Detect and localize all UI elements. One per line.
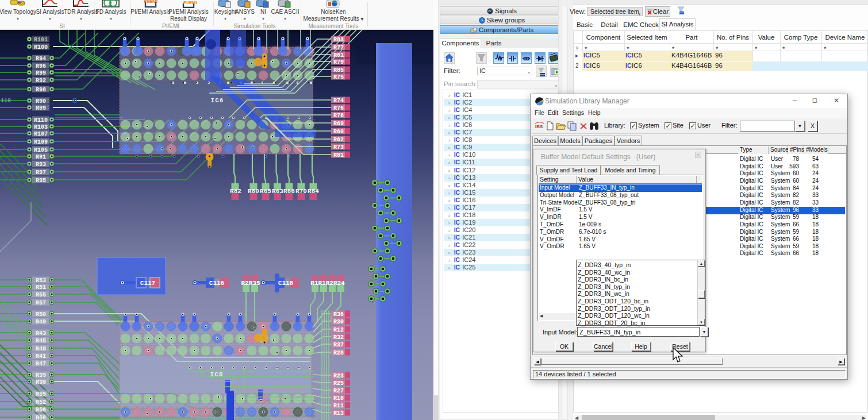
svg-text:R52: R52 [36, 399, 46, 406]
svg-text:R74: R74 [333, 98, 344, 104]
svg-text:R95: R95 [36, 178, 46, 184]
svg-text:R47: R47 [36, 361, 46, 367]
svg-text:R92: R92 [36, 78, 46, 84]
svg-text:R96: R96 [36, 63, 46, 70]
svg-text:R18: R18 [333, 395, 344, 402]
svg-text:R69: R69 [333, 121, 344, 127]
svg-text:R61: R61 [333, 52, 344, 59]
svg-text:R98: R98 [36, 87, 46, 93]
svg-text:R27: R27 [333, 388, 344, 394]
svg-text:R48: R48 [36, 346, 46, 352]
svg-text:R97: R97 [36, 169, 46, 176]
svg-text:IC5: IC5 [210, 371, 224, 378]
svg-text:R56: R56 [36, 407, 46, 413]
svg-text:R101: R101 [34, 37, 48, 43]
svg-text:R11: R11 [333, 403, 344, 409]
svg-text:R1R1R2R24: R1R1R2R24 [310, 280, 345, 287]
svg-text:IBS: IBS [535, 124, 543, 129]
svg-text:R62: R62 [333, 137, 344, 143]
svg-text:R45: R45 [36, 338, 46, 344]
svg-text:C116: C116 [209, 280, 224, 287]
svg-text:R103: R103 [34, 124, 48, 130]
svg-text:R37: R37 [333, 342, 344, 348]
svg-text:R105: R105 [34, 147, 48, 153]
svg-text:R23: R23 [333, 373, 344, 379]
svg-text:R91: R91 [36, 154, 46, 160]
svg-text:R59: R59 [36, 391, 46, 398]
svg-text:R2R35: R2R35 [241, 280, 260, 287]
svg-text:R82: R82 [230, 188, 241, 195]
svg-text:R63: R63 [272, 188, 283, 195]
svg-text:R77: R77 [333, 45, 344, 51]
svg-text:R32: R32 [333, 334, 344, 341]
svg-text:R13: R13 [333, 410, 344, 417]
svg-text:R73: R73 [333, 144, 344, 151]
svg-text:R109: R109 [34, 139, 48, 145]
svg-text:R66: R66 [283, 188, 295, 195]
svg-text:R89: R89 [36, 105, 46, 111]
svg-text:R49: R49 [36, 319, 46, 325]
svg-text:R38: R38 [36, 379, 46, 386]
svg-text:R12: R12 [333, 327, 344, 333]
svg-text:R100: R100 [34, 44, 48, 51]
svg-text:R85: R85 [333, 67, 344, 74]
svg-text:R93: R93 [36, 161, 46, 168]
svg-text:R80: R80 [248, 188, 259, 195]
svg-text:R58: R58 [36, 415, 46, 420]
svg-text:R39: R39 [36, 372, 46, 379]
svg-text:R50: R50 [36, 311, 46, 318]
svg-text:IC6: IC6 [211, 97, 224, 104]
svg-text:R110: R110 [34, 117, 48, 124]
svg-text:R65: R65 [260, 188, 271, 195]
svg-text:110: 110 [1, 98, 11, 104]
svg-text:R90: R90 [36, 98, 46, 105]
svg-text:R84: R84 [308, 188, 319, 195]
svg-text:R107: R107 [34, 131, 48, 137]
svg-text:R76: R76 [333, 105, 344, 111]
svg-text:R99: R99 [36, 70, 46, 76]
svg-text:R79: R79 [333, 59, 344, 65]
svg-text:R36: R36 [333, 311, 344, 318]
svg-text:R94: R94 [36, 56, 46, 62]
svg-text:R28: R28 [333, 350, 344, 356]
svg-text:R78: R78 [333, 113, 344, 119]
svg-text:R60: R60 [333, 129, 344, 135]
svg-text:R83: R83 [333, 37, 344, 43]
svg-text:R55: R55 [36, 292, 46, 298]
svg-text:R57: R57 [36, 300, 46, 306]
svg-text:R41: R41 [36, 353, 46, 360]
svg-text:C117: C117 [140, 280, 155, 287]
svg-text:R53: R53 [36, 278, 46, 284]
svg-text:R81: R81 [333, 152, 344, 159]
svg-text:R70: R70 [295, 188, 307, 195]
svg-text:R43: R43 [36, 330, 46, 337]
svg-text:R51: R51 [36, 284, 46, 291]
svg-text:R25: R25 [333, 380, 344, 387]
svg-text:C118: C118 [278, 280, 294, 287]
svg-text:R75: R75 [333, 74, 344, 80]
svg-text:R30: R30 [333, 319, 344, 325]
svg-text:PI/EMI: PI/EMI [183, 0, 197, 5]
